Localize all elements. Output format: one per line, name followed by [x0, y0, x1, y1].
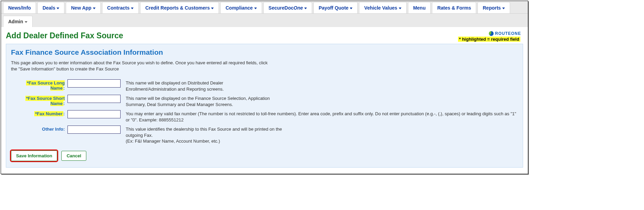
logo-swirl-icon [489, 31, 494, 36]
save-information-button[interactable]: Save Information [11, 150, 57, 161]
input-fax-number[interactable] [67, 110, 121, 118]
nav-label: New App [71, 5, 91, 11]
row-fax-number: *Fax Number: You may enter any valid fax… [11, 110, 518, 123]
nav-deals[interactable]: Deals [37, 2, 64, 13]
nav-label: Compliance [225, 5, 252, 11]
nav-rates-forms[interactable]: Rates & Forms [432, 2, 476, 13]
chevron-down-icon [502, 8, 505, 9]
nav-label: Deals [42, 5, 55, 11]
required-field-note: * highlighted = required field [458, 37, 520, 42]
label-other-info: Other Info [42, 127, 63, 132]
nav-vehicle-values[interactable]: Vehicle Values [359, 2, 407, 13]
desc-fax-number: You may enter any valid fax number (The … [126, 110, 518, 123]
page-body: Add Dealer Defined Fax Source ROUTEONE *… [1, 27, 528, 174]
desc-other-info: This value identifies the dealership to … [126, 126, 283, 144]
input-other-info[interactable] [67, 126, 121, 134]
nav-label: Contracts [107, 5, 129, 11]
nav-label: Payoff Quote [319, 5, 348, 11]
nav-payoff-quote[interactable]: Payoff Quote [313, 2, 358, 13]
desc-long-name: This name will be displayed on Distribut… [126, 79, 232, 92]
chevron-down-icon [25, 21, 27, 23]
nav-credit-reports[interactable]: Credit Reports & Customers [140, 2, 219, 13]
nav-contracts[interactable]: Contracts [102, 2, 139, 13]
row-short-name: *Fax Source Short Name: This name will b… [11, 95, 518, 107]
chevron-down-icon [57, 8, 59, 9]
nav-label: Menu [413, 5, 426, 11]
fax-source-panel: Fax Finance Source Association Informati… [6, 44, 523, 168]
top-nav-row2: Admin [1, 14, 528, 27]
panel-title: Fax Finance Source Association Informati… [11, 48, 518, 56]
logo-text: ROUTEONE [495, 31, 521, 36]
nav-menu[interactable]: Menu [408, 2, 431, 13]
input-long-name[interactable] [67, 79, 121, 88]
chevron-down-icon [93, 8, 96, 9]
nav-label: Admin [8, 19, 23, 24]
nav-label: SecureDocOne [269, 5, 303, 11]
chevron-down-icon [399, 8, 401, 9]
nav-label: Reports [483, 5, 501, 11]
row-other-info: Other Info: This value identifies the de… [11, 126, 518, 144]
chevron-down-icon [304, 8, 307, 9]
chevron-down-icon [131, 8, 134, 9]
label-fax-number: *Fax Number [34, 111, 63, 116]
label-long-name: *Fax Source Long Name [26, 80, 65, 91]
nav-label: Rates & Forms [437, 5, 471, 11]
label-short-name: *Fax Source Short Name [25, 96, 65, 106]
nav-reports[interactable]: Reports [478, 2, 510, 13]
nav-compliance[interactable]: Compliance [220, 2, 262, 13]
nav-admin[interactable]: Admin [3, 16, 33, 27]
routeone-logo: ROUTEONE [489, 31, 521, 36]
nav-label: Vehicle Values [364, 5, 397, 11]
logo-block: ROUTEONE * highlighted = required field [458, 31, 521, 42]
nav-securedocone[interactable]: SecureDocOne [263, 2, 312, 13]
page-title: Add Dealer Defined Fax Source [6, 31, 123, 40]
input-short-name[interactable] [67, 95, 121, 103]
intro-text: This page allows you to enter informatio… [11, 60, 275, 72]
chevron-down-icon [254, 8, 257, 9]
nav-label: Credit Reports & Customers [145, 5, 210, 11]
nav-news-info[interactable]: News/Info [3, 2, 36, 13]
cancel-button[interactable]: Cancel [61, 151, 86, 161]
desc-short-name: This name will be displayed on the Finan… [126, 95, 280, 107]
chevron-down-icon [211, 8, 214, 9]
nav-new-app[interactable]: New App [66, 2, 100, 13]
top-nav-row1: News/Info Deals New App Contracts Credit… [1, 1, 528, 14]
chevron-down-icon [350, 8, 352, 9]
nav-label: News/Info [8, 5, 31, 11]
button-row: Save Information Cancel [11, 150, 518, 161]
row-long-name: *Fax Source Long Name: This name will be… [11, 79, 518, 92]
